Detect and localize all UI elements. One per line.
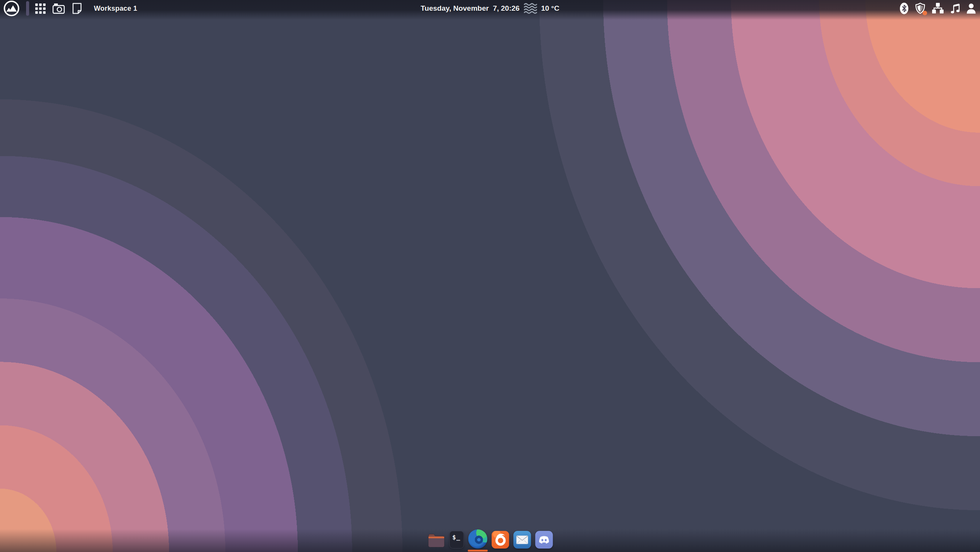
screenshot-button[interactable]: [53, 3, 65, 14]
temperature-label: 10 °C: [541, 4, 560, 13]
terminal-prompt-glyph: $_: [452, 534, 460, 541]
workspace-switcher[interactable]: Workspace 1: [94, 5, 137, 13]
dock-item-discord[interactable]: [535, 531, 553, 549]
app-grid-icon: [35, 3, 46, 14]
app-grid-button[interactable]: [35, 3, 46, 14]
network-tray-button[interactable]: [932, 3, 944, 14]
clock-weather-applet[interactable]: Tuesday, November 7, 20:26 10 °C: [421, 0, 560, 17]
security-tray-button[interactable]: [914, 2, 926, 15]
music-tray-button[interactable]: [950, 3, 960, 14]
network-icon: [932, 3, 944, 14]
dock-item-terminal[interactable]: $_: [449, 531, 464, 549]
notes-button[interactable]: [72, 3, 82, 14]
distro-logo-icon: [3, 0, 20, 17]
mail-icon: [513, 531, 531, 549]
fog-weather-icon: [524, 3, 537, 14]
dock-item-firefox[interactable]: [491, 531, 509, 549]
system-tray: [900, 2, 977, 15]
edge-browser-icon: [468, 529, 487, 549]
music-icon: [950, 3, 960, 14]
desktop-wallpaper: [0, 0, 980, 552]
top-panel: Workspace 1 Tuesday, November 7, 20:26 1…: [0, 0, 980, 20]
file-manager-icon: [427, 532, 445, 549]
active-app-indicator: [468, 550, 488, 552]
security-alert-badge: [923, 11, 927, 15]
user-tray-button[interactable]: [966, 3, 976, 14]
screenshot-camera-icon: [53, 3, 65, 14]
discord-icon: [535, 531, 553, 549]
bluetooth-tray-button[interactable]: [900, 2, 909, 15]
dock-item-mail[interactable]: [513, 531, 531, 549]
dock-item-edge-browser[interactable]: [468, 529, 487, 549]
menu-button[interactable]: [3, 0, 20, 17]
bluetooth-icon: [900, 2, 909, 15]
firefox-icon: [491, 531, 509, 549]
panel-divider: [26, 1, 29, 16]
notes-icon: [72, 3, 82, 14]
user-icon: [966, 3, 976, 14]
clock-label: Tuesday, November 7, 20:26: [421, 4, 520, 13]
desktop: Workspace 1 Tuesday, November 7, 20:26 1…: [0, 0, 980, 552]
panel-left-cluster: Workspace 1: [3, 0, 137, 17]
dock-item-file-manager[interactable]: [427, 532, 445, 549]
terminal-icon: $_: [449, 531, 464, 549]
dock: $_: [427, 529, 553, 552]
